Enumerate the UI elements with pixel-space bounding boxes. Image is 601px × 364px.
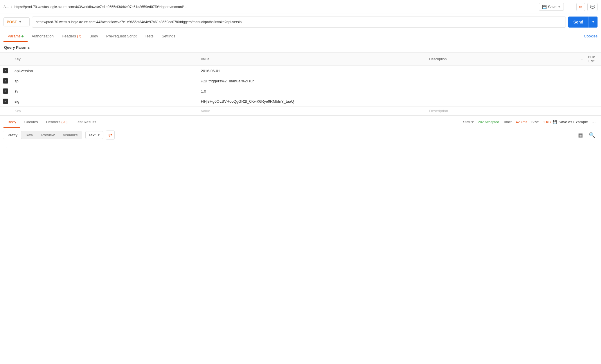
row-checkbox[interactable]: ✓ xyxy=(3,68,8,73)
row-actions xyxy=(578,76,601,86)
tab-authorization-label: Authorization xyxy=(32,34,54,38)
tab-pre-request-label: Pre-request Script xyxy=(106,34,137,38)
response-tab-nav: Body Cookies Headers (20) Test Results S… xyxy=(0,116,601,128)
search-button[interactable]: 🔍 xyxy=(586,131,598,140)
table-row: KeyValueDescription xyxy=(0,106,601,116)
send-button[interactable]: Send ▼ xyxy=(568,17,598,28)
row-actions xyxy=(578,86,601,96)
tab-tests-label: Tests xyxy=(145,34,154,38)
save-example-button[interactable]: 💾 Save as Example xyxy=(551,119,590,125)
format-label: Text xyxy=(89,133,96,137)
search-icon: 🔍 xyxy=(589,132,595,138)
row-value: Value xyxy=(198,106,427,116)
size-value: 1 KB xyxy=(543,120,551,124)
view-visualize-button[interactable]: Visualize xyxy=(59,131,82,139)
row-description xyxy=(426,66,578,76)
wrap-button[interactable]: ⇄ xyxy=(106,131,115,140)
breadcrumb: A... xyxy=(3,5,9,9)
row-key: api-version xyxy=(12,66,198,76)
view-preview-button[interactable]: Preview xyxy=(37,131,59,139)
row-actions xyxy=(578,106,601,116)
row-key: sp xyxy=(12,76,198,86)
top-bar: A... / https://prod-70.westus.logic.azur… xyxy=(0,0,601,14)
response-tab-test-results-label: Test Results xyxy=(76,120,96,124)
row-value: 1.0 xyxy=(198,86,427,96)
row-value: FlHj8Hg6OLSVRocQgGR2f_0KviK6Rye9RMbfnY_t… xyxy=(198,96,427,106)
status-label: Status: xyxy=(463,120,474,124)
response-status-area: Status: 202 Accepted Time: 423 ms Size: … xyxy=(463,120,551,124)
response-tab-headers-label: Headers xyxy=(46,120,60,124)
format-selector[interactable]: Text ▼ xyxy=(85,131,103,139)
table-row: ✓sigFlHj8Hg6OLSVRocQgGR2f_0KviK6Rye9RMbf… xyxy=(0,96,601,106)
col-checkbox xyxy=(0,53,12,66)
response-sub-toolbar: Pretty Raw Preview Visualize Text ▼ ⇄ ▦ … xyxy=(0,128,601,142)
col-description: Description xyxy=(426,53,578,66)
save-button[interactable]: 💾 Save ▼ xyxy=(539,3,564,11)
tab-params[interactable]: Params xyxy=(3,31,28,42)
url-input[interactable] xyxy=(32,17,566,28)
top-bar-url: https://prod-70.westus.logic.azure.com:4… xyxy=(15,5,537,9)
request-tab-nav: Params Authorization Headers (7) Body Pr… xyxy=(0,30,601,42)
response-more-button[interactable]: ··· xyxy=(590,118,598,126)
tab-tests[interactable]: Tests xyxy=(141,31,158,42)
tab-settings-label: Settings xyxy=(162,34,175,38)
copy-icon: ▦ xyxy=(578,132,583,138)
col-actions: ··· Bulk Edit xyxy=(578,53,601,66)
response-tab-body[interactable]: Body xyxy=(3,117,20,128)
response-tab-body-label: Body xyxy=(8,120,16,124)
row-key: sv xyxy=(12,86,198,96)
copy-button[interactable]: ▦ xyxy=(576,131,585,140)
view-mode-group: Pretty Raw Preview Visualize xyxy=(3,131,82,139)
request-bar: POST ▼ Send ▼ xyxy=(0,14,601,30)
row-description xyxy=(426,86,578,96)
row-description xyxy=(426,96,578,106)
query-params-header: Query Params xyxy=(0,42,601,52)
top-more-button[interactable]: ··· xyxy=(566,3,574,11)
method-chevron-icon: ▼ xyxy=(19,20,21,23)
more-icon: ··· xyxy=(581,57,584,61)
table-row: ✓sp%2Ftriggers%2Fmanual%2Frun xyxy=(0,76,601,86)
row-checkbox[interactable]: ✓ xyxy=(3,99,8,104)
view-pretty-button[interactable]: Pretty xyxy=(3,131,21,139)
row-actions xyxy=(578,66,601,76)
row-checkbox[interactable]: ✓ xyxy=(3,78,8,84)
response-tab-cookies[interactable]: Cookies xyxy=(20,117,42,128)
comment-icon: 💬 xyxy=(590,5,595,9)
edit-button[interactable]: ✏ xyxy=(576,3,585,11)
row-key: Key xyxy=(12,106,198,116)
line-number-1: 1 xyxy=(6,147,8,151)
wrap-icon: ⇄ xyxy=(108,133,112,137)
tab-pre-request-script[interactable]: Pre-request Script xyxy=(102,31,141,42)
size-label: Size: xyxy=(531,120,539,124)
save-chevron-icon: ▼ xyxy=(558,5,561,8)
cookies-link[interactable]: Cookies xyxy=(584,34,598,38)
format-chevron-icon: ▼ xyxy=(97,133,100,137)
tab-headers[interactable]: Headers (7) xyxy=(58,31,85,42)
view-preview-label: Preview xyxy=(41,133,55,137)
comment-button[interactable]: 💬 xyxy=(587,3,598,11)
send-label: Send xyxy=(568,17,589,28)
bulk-edit-button[interactable]: ··· Bulk Edit xyxy=(581,55,598,63)
status-value: 202 Accepted xyxy=(478,120,499,124)
row-key: sig xyxy=(12,96,198,106)
view-pretty-label: Pretty xyxy=(8,133,17,137)
response-tab-headers[interactable]: Headers (20) xyxy=(42,117,72,128)
tab-authorization[interactable]: Authorization xyxy=(28,31,58,42)
response-body: 1 xyxy=(0,142,601,171)
response-tab-cookies-label: Cookies xyxy=(24,120,38,124)
save-example-icon: 💾 xyxy=(553,120,557,124)
method-selector[interactable]: POST ▼ xyxy=(3,17,30,26)
col-key: Key xyxy=(12,53,198,66)
col-value: Value xyxy=(198,53,427,66)
method-label: POST xyxy=(7,20,17,24)
save-icon: 💾 xyxy=(542,5,547,9)
response-tab-test-results[interactable]: Test Results xyxy=(72,117,100,128)
params-table: Key Value Description ··· Bulk Edit ✓api… xyxy=(0,52,601,116)
row-checkbox[interactable]: ✓ xyxy=(3,88,8,94)
send-chevron-icon: ▼ xyxy=(589,17,598,28)
tab-body[interactable]: Body xyxy=(85,31,102,42)
view-raw-button[interactable]: Raw xyxy=(21,131,37,139)
row-description xyxy=(426,76,578,86)
time-value: 423 ms xyxy=(516,120,527,124)
tab-settings[interactable]: Settings xyxy=(158,31,179,42)
